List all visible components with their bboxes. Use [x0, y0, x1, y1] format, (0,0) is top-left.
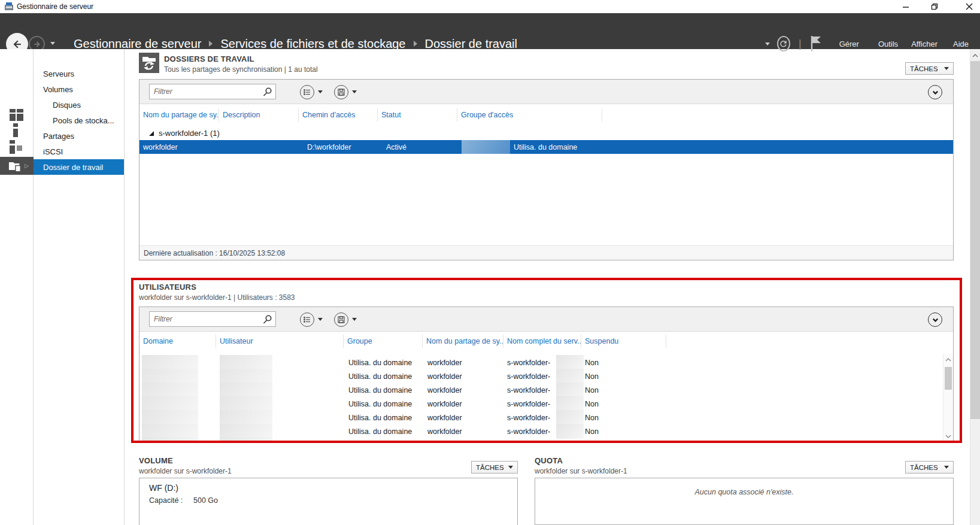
users-scrollbar[interactable]: [943, 354, 953, 442]
menu-aide[interactable]: Aide: [953, 40, 969, 48]
export-icon[interactable]: [334, 85, 348, 99]
user-row[interactable]: Utilisa. du domaine workfolder s-workfol…: [139, 411, 942, 425]
users-panel: Domaine Utilisateur Groupe Nom du partag…: [139, 306, 954, 443]
column-header[interactable]: Nom complet du serv...: [503, 335, 581, 348]
sidebar: Serveurs Volumes Disques Pools de stocka…: [34, 49, 125, 525]
all-servers-icon[interactable]: [10, 140, 23, 154]
work-folders-filter-bar: [139, 80, 953, 104]
list-view-dropdown-icon[interactable]: [318, 318, 323, 321]
main-scrollbar[interactable]: [970, 49, 980, 525]
user-row[interactable]: Utilisa. du domaine workfolder s-workfol…: [139, 370, 942, 384]
nav-separator: |: [799, 38, 802, 50]
column-header[interactable]: Description: [219, 108, 299, 122]
restore-button[interactable]: [929, 2, 940, 11]
work-folders-tasks-button[interactable]: TÂCHES: [905, 62, 954, 75]
notifications-flag-icon[interactable]: [809, 35, 823, 53]
last-refresh-bar: Dernière actualisation : 16/10/2025 13:5…: [139, 245, 953, 260]
column-header[interactable]: Nom du partage de sy...: [423, 335, 503, 348]
redacted-domain-block: [462, 140, 510, 155]
menu-outils[interactable]: Outils: [878, 40, 898, 48]
last-refresh-text: Dernière actualisation : 16/10/2025 13:5…: [144, 249, 285, 257]
volume-capacity-label: Capacité :: [149, 496, 183, 505]
close-icon[interactable]: [963, 2, 975, 11]
redacted-server-suffix: [556, 396, 584, 411]
sidebar-item-serveurs[interactable]: Serveurs: [34, 66, 124, 81]
redacted-server-suffix: [556, 410, 584, 425]
list-view-icon[interactable]: [300, 85, 314, 99]
redacted-domain: [142, 383, 198, 397]
server-manager-app-icon: [5, 2, 13, 11]
sidebar-item-iscsi[interactable]: iSCSI: [34, 144, 124, 159]
volume-title: VOLUME: [139, 456, 173, 465]
group-row[interactable]: s-workfolder-1 (1): [149, 129, 220, 138]
user-row[interactable]: Utilisa. du domaine workfolder s-workfol…: [139, 397, 942, 411]
nav-dropdown-icon[interactable]: [765, 43, 770, 45]
sidebar-item-partages[interactable]: Partages: [34, 128, 124, 144]
column-header[interactable]: Groupe: [344, 335, 423, 348]
volume-drive-label: WF (D:): [149, 483, 178, 493]
redacted-domain: [142, 424, 198, 439]
redacted-server-suffix: [556, 355, 584, 370]
search-icon[interactable]: [263, 87, 272, 96]
breadcrumb-separator-icon: [209, 41, 213, 47]
column-header[interactable]: Domaine: [139, 335, 216, 348]
scroll-up-icon[interactable]: [970, 51, 980, 60]
column-header[interactable]: Chemin d'accès: [299, 108, 378, 122]
breadcrumb-page[interactable]: Dossier de travail: [425, 37, 518, 51]
title-bar: Gestionnaire de serveur: [0, 0, 980, 13]
export-icon[interactable]: [334, 312, 348, 327]
column-header[interactable]: Groupe d'accès: [457, 108, 602, 122]
scroll-up-icon[interactable]: [943, 355, 953, 365]
column-header[interactable]: Suspendu: [581, 335, 666, 348]
sidebar-item-volumes[interactable]: Volumes: [34, 81, 124, 97]
breadcrumb-separator-icon: [414, 41, 417, 47]
group-expander-icon[interactable]: [149, 131, 154, 136]
menu-gerer[interactable]: Gérer: [839, 40, 859, 48]
redacted-user: [220, 424, 272, 439]
export-dropdown-icon[interactable]: [352, 318, 357, 321]
scrollbar-thumb[interactable]: [945, 367, 952, 390]
redacted-domain: [142, 396, 198, 411]
column-header[interactable]: Statut: [378, 108, 457, 122]
work-folders-title: DOSSIERS DE TRAVAIL: [164, 54, 254, 63]
dashboard-icon[interactable]: [10, 109, 23, 121]
quota-tasks-button[interactable]: TÂCHES: [905, 461, 954, 474]
quota-title: QUOTA: [535, 456, 563, 465]
user-row[interactable]: Utilisa. du domaine workfolder s-workfol…: [139, 356, 942, 370]
users-filter-input[interactable]: [149, 311, 276, 327]
scrollbar-thumb[interactable]: [970, 61, 980, 419]
minimize-button[interactable]: [900, 2, 912, 11]
sidebar-item-dossier-de-travail[interactable]: Dossier de travail: [34, 159, 124, 175]
breadcrumb-section[interactable]: Services de fichiers et de stockage: [220, 37, 405, 51]
history-dropdown-icon[interactable]: [50, 42, 55, 45]
redacted-server-suffix: [556, 369, 584, 384]
work-folders-panel: Nom du partage de sy... Description Chem…: [139, 79, 954, 260]
file-storage-services-item[interactable]: ▷: [0, 157, 34, 175]
redacted-user: [220, 355, 272, 370]
list-view-icon[interactable]: [300, 312, 314, 327]
redacted-user: [220, 383, 272, 397]
sidebar-item-disques[interactable]: Disques: [34, 97, 124, 113]
sidebar-item-pools[interactable]: Pools de stocka...: [34, 113, 124, 128]
column-header[interactable]: Utilisateur: [216, 335, 344, 348]
column-header[interactable]: Nom du partage de sy...: [139, 108, 219, 122]
users-filter-bar: [139, 307, 953, 332]
local-server-icon[interactable]: [13, 123, 19, 137]
filter-input[interactable]: [149, 84, 276, 99]
search-icon[interactable]: [263, 314, 272, 324]
scroll-down-icon[interactable]: [943, 432, 953, 441]
volume-tasks-button[interactable]: TÂCHES: [471, 461, 518, 474]
collapse-panel-icon[interactable]: [928, 312, 942, 327]
user-row[interactable]: Utilisa. du domaine workfolder s-workfol…: [139, 384, 942, 397]
table-row-workfolder[interactable]: workfolder D:\workfolder Activé Utilisa.…: [139, 140, 953, 154]
user-row-partial: [139, 439, 942, 443]
quota-panel: Aucun quota associé n'existe.: [535, 478, 954, 525]
window-title: Gestionnaire de serveur: [17, 2, 93, 11]
user-row[interactable]: Utilisa. du domaine workfolder s-workfol…: [139, 425, 942, 439]
breadcrumb: Gestionnaire de serveur Services de fich…: [74, 35, 517, 53]
refresh-icon[interactable]: [777, 36, 790, 51]
export-dropdown-icon[interactable]: [352, 90, 357, 93]
collapse-panel-icon[interactable]: [928, 85, 942, 99]
menu-afficher[interactable]: Afficher: [911, 40, 937, 48]
list-view-dropdown-icon[interactable]: [318, 90, 323, 93]
